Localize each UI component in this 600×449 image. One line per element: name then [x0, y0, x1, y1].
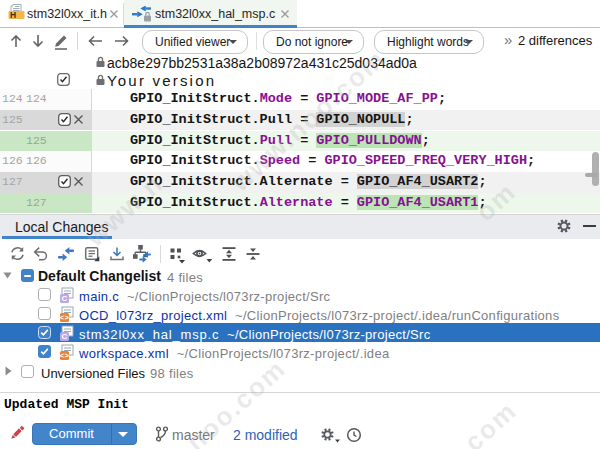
svg-text:C: C	[61, 332, 67, 341]
svg-text:C: C	[61, 294, 67, 303]
svg-text:<>: <>	[60, 351, 70, 360]
svg-text:<>: <>	[60, 313, 70, 322]
svg-text:H: H	[10, 10, 16, 20]
